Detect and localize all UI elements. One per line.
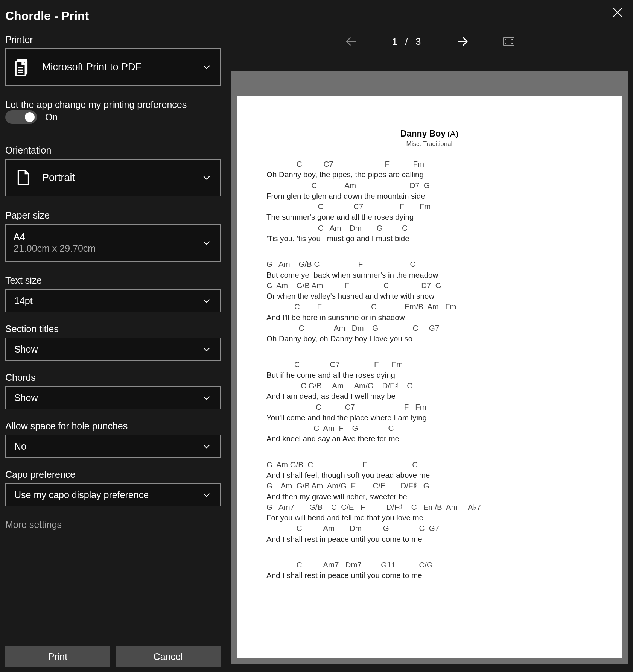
holepunch-dropdown[interactable]: No	[5, 435, 221, 458]
verse: C C7 F FmOh Danny boy, the pipes, the pi…	[263, 159, 595, 244]
printer-value: Microsoft Print to PDF	[42, 61, 209, 73]
chevron-down-icon	[202, 173, 212, 182]
song-divider	[286, 152, 573, 152]
page-current: 1	[392, 36, 398, 47]
chord-line: C Am Dm G C	[266, 223, 595, 233]
chevron-down-icon	[202, 344, 212, 354]
chord-line: C Am F G C	[266, 423, 595, 433]
lyric-line: Or when the valley's hushed and white wi…	[266, 291, 595, 301]
chevron-down-icon	[202, 490, 212, 500]
chord-line: C Am7 Dm7 G11 C/G	[266, 559, 595, 570]
textsize-label: Text size	[5, 275, 221, 286]
prev-page-button[interactable]	[344, 35, 358, 48]
lyric-line: 'Tis you, 'tis you must go and I must bi…	[266, 233, 595, 244]
preview-toolbar: 1 / 3	[226, 0, 633, 56]
lyric-line: And I shall rest in peace until you come…	[266, 570, 595, 581]
capo-dropdown[interactable]: Use my capo display preference	[5, 483, 221, 506]
chevron-down-icon	[202, 441, 212, 451]
chords-label: Chords	[5, 372, 221, 383]
chord-line: G Am G/B C F C	[266, 259, 595, 269]
next-page-button[interactable]	[456, 35, 469, 48]
paper-dropdown[interactable]: A4 21.00cm x 29.70cm	[5, 224, 221, 262]
lyric-line: You'll come and find the place where I a…	[266, 412, 595, 423]
chord-line: G Am7 G/B C C/E F D/F♯ C Em/B Am A♭7	[266, 502, 595, 512]
chords-dropdown[interactable]: Show	[5, 386, 221, 409]
page-indicator: 1 / 3	[392, 36, 421, 47]
page-portrait-icon	[14, 168, 32, 187]
chords-value: Show	[14, 392, 209, 403]
verse: G Am G/B C F CBut come ye back when summ…	[263, 259, 595, 344]
capo-label: Capo preference	[5, 469, 221, 480]
song-subtitle: Misc. Traditional	[263, 140, 595, 148]
holepunch-label: Allow space for hole punches	[5, 421, 221, 432]
lyric-line: And kneel and say an Ave there for me	[266, 433, 595, 444]
song-body: C C7 F FmOh Danny boy, the pipes, the pi…	[263, 159, 595, 581]
appprefs-label: Let the app change my printing preferenc…	[5, 99, 221, 110]
printer-dropdown[interactable]: Microsoft Print to PDF	[5, 48, 221, 86]
appprefs-state: On	[45, 112, 58, 123]
song-key: (A)	[447, 129, 458, 138]
verse: G Am G/B C F CAnd I shall feel, though s…	[263, 459, 595, 544]
paper-label: Paper size	[5, 210, 221, 221]
orientation-dropdown[interactable]: Portrait	[5, 159, 221, 196]
printer-icon	[14, 58, 32, 76]
lyric-line: And I am dead, as dead I well may be	[266, 391, 595, 401]
print-settings-panel: Chordle - Print Printer Microsoft Print …	[0, 0, 226, 672]
cancel-button[interactable]: Cancel	[116, 646, 221, 667]
lyric-line: And I shall rest in peace until you come…	[266, 534, 595, 544]
song-title: Danny Boy	[400, 129, 446, 138]
fit-page-button[interactable]	[503, 37, 514, 46]
sectiontitles-dropdown[interactable]: Show	[5, 338, 221, 361]
chord-line: G Am G/B C F C	[266, 459, 595, 470]
chord-line: C Am Dm G C G7	[266, 523, 595, 534]
paper-value: A4	[14, 231, 209, 242]
verse: C C7 F FmBut if he come and all the rose…	[263, 359, 595, 444]
chevron-down-icon	[202, 238, 212, 248]
holepunch-value: No	[14, 441, 209, 452]
paper-sub: 21.00cm x 29.70cm	[14, 243, 209, 254]
lyric-line: But if he come and all the roses dying	[266, 370, 595, 380]
chord-line: C C7 F Fm	[266, 359, 595, 370]
preview-panel: 1 / 3 Danny Boy (A) Misc. Traditional	[226, 0, 633, 672]
lyric-line: And I shall feel, though soft you tread …	[266, 470, 595, 480]
preview-stage: Danny Boy (A) Misc. Traditional C C7 F F…	[231, 71, 628, 664]
footer-buttons: Print Cancel	[5, 631, 221, 667]
lyric-line: From glen to glen and down the mountain …	[266, 191, 595, 201]
song-header: Danny Boy (A) Misc. Traditional	[263, 129, 595, 148]
chord-line: C C7 F Fm	[266, 159, 595, 169]
chord-line: G Am G/B Am Am/G F C/E D/F♯ G	[266, 480, 595, 491]
lyric-line: And I'll be here in sunshine or in shado…	[266, 312, 595, 323]
chord-line: C G/B Am Am/G D/F♯ G	[266, 380, 595, 391]
appprefs-toggle[interactable]	[5, 110, 37, 124]
printer-label: Printer	[5, 34, 221, 45]
lyric-line: And then my grave will richer, sweeter b…	[266, 491, 595, 502]
chevron-down-icon	[202, 62, 212, 72]
svg-rect-9	[504, 38, 514, 45]
print-button[interactable]: Print	[5, 646, 110, 667]
lyric-line: The summer's gone and all the roses dyin…	[266, 212, 595, 222]
chord-line: G Am G/B Am F C D7 G	[266, 280, 595, 291]
lyric-line: Oh Danny boy, the pipes, the pipes are c…	[266, 169, 595, 180]
chord-line: C Am D7 G	[266, 180, 595, 191]
page-total: 3	[415, 36, 421, 47]
chord-line: C Am Dm G C G7	[266, 323, 595, 333]
sectiontitles-label: Section titles	[5, 324, 221, 334]
chord-line: C C7 F Fm	[266, 402, 595, 412]
orientation-label: Orientation	[5, 145, 221, 156]
chord-line: C F C Em/B Am Fm	[266, 301, 595, 312]
capo-value: Use my capo display preference	[14, 490, 209, 500]
lyric-line: For you will bend and tell me that you l…	[266, 512, 595, 523]
close-button[interactable]	[611, 6, 624, 19]
textsize-value: 14pt	[14, 295, 209, 306]
verse: C Am7 Dm7 G11 C/GAnd I shall rest in pea…	[263, 559, 595, 581]
more-settings-link[interactable]: More settings	[5, 519, 221, 530]
textsize-dropdown[interactable]: 14pt	[5, 289, 221, 312]
chevron-down-icon	[202, 393, 212, 403]
lyric-line: But come ye back when summer's in the me…	[266, 270, 595, 280]
chord-line: C C7 F Fm	[266, 201, 595, 212]
sectiontitles-value: Show	[14, 344, 209, 355]
preview-page: Danny Boy (A) Misc. Traditional C C7 F F…	[237, 96, 622, 658]
lyric-line: Oh Danny boy, oh Danny boy I love you so	[266, 333, 595, 344]
orientation-value: Portrait	[42, 172, 209, 184]
chevron-down-icon	[202, 296, 212, 306]
